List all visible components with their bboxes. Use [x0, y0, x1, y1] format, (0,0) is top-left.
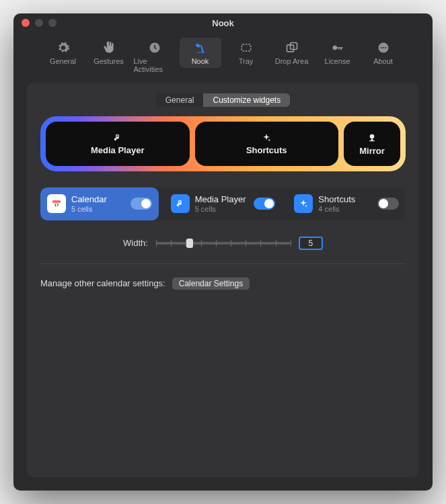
widget-name: Shortcuts — [318, 194, 372, 205]
toolbar-tab-label: Gestures — [94, 57, 124, 65]
chip-label: Mirror — [359, 146, 385, 156]
camera-icon — [367, 132, 377, 143]
preview-chip-media-player: Media Player — [46, 122, 190, 166]
toolbar-tab-label: Nook — [192, 57, 209, 65]
widget-card-calendar[interactable]: 17 Calendar5 cells — [40, 187, 159, 220]
note-icon — [113, 133, 122, 142]
divider — [40, 263, 406, 264]
widget-toggle[interactable] — [131, 198, 152, 210]
svg-point-9 — [370, 134, 375, 138]
svg-rect-10 — [371, 138, 373, 140]
preferences-toolbar: GeneralGesturesLive ActivitiesNookTrayDr… — [13, 32, 433, 83]
toolbar-tab-label: Drop Area — [275, 57, 309, 65]
hand-icon — [102, 40, 116, 55]
width-slider[interactable] — [156, 242, 291, 245]
calendar-icon: 17 — [47, 194, 66, 213]
preferences-window: Nook GeneralGesturesLive ActivitiesNookT… — [13, 13, 433, 491]
tray-icon — [239, 40, 254, 55]
note-icon — [171, 194, 190, 213]
svg-text:17: 17 — [54, 203, 59, 207]
tab-customize-widgets[interactable]: Customize widgets — [203, 93, 290, 107]
gear-icon — [56, 40, 71, 55]
toolbar-tab-tray[interactable]: Tray — [225, 38, 267, 68]
droparea-icon — [285, 40, 299, 55]
widget-cells: 4 cells — [318, 205, 372, 214]
widget-card-media-player[interactable]: Media Player5 cells — [164, 187, 283, 220]
slider-thumb[interactable] — [186, 239, 193, 248]
lamp-icon — [193, 40, 208, 55]
toolbar-tab-label: License — [325, 57, 350, 65]
toolbar-tab-gestures[interactable]: Gestures — [88, 38, 130, 68]
svg-rect-11 — [369, 140, 375, 141]
tab-bar: GeneralCustomize widgets — [40, 93, 406, 107]
toolbar-tab-nook[interactable]: Nook — [180, 38, 221, 68]
widget-toggle[interactable] — [254, 198, 275, 210]
width-control: Width: 5 — [40, 237, 406, 250]
window-title: Nook — [13, 18, 433, 28]
widget-cells: 5 cells — [71, 205, 125, 214]
calendar-settings-row: Manage other calendar settings: Calendar… — [40, 278, 406, 290]
clock-icon — [147, 40, 162, 55]
widget-cells: 5 cells — [195, 205, 249, 214]
svg-point-6 — [380, 47, 381, 48]
ellipsis-icon — [376, 40, 391, 55]
width-label: Width: — [123, 238, 148, 248]
toolbar-tab-label: About — [373, 57, 393, 65]
toolbar-tab-general[interactable]: General — [42, 38, 84, 68]
titlebar: Nook — [13, 13, 433, 32]
svg-rect-13 — [52, 201, 61, 203]
svg-point-8 — [385, 47, 386, 48]
widget-toggle[interactable] — [377, 198, 399, 210]
widget-list: 17 Calendar5 cells Media Player5 cells S… — [40, 187, 406, 220]
widget-name: Calendar — [71, 194, 125, 205]
toolbar-tab-label: Live Activities — [134, 57, 176, 73]
preview-chip-mirror: Mirror — [344, 122, 400, 166]
toolbar-tab-live-activities[interactable]: Live Activities — [134, 38, 176, 76]
toolbar-tab-about[interactable]: About — [363, 38, 404, 68]
notch-preview: Media PlayerShortcutsMirror — [40, 116, 406, 171]
preview-chip-shortcuts: Shortcuts — [195, 122, 339, 166]
svg-point-4 — [332, 46, 337, 50]
tab-general[interactable]: General — [156, 93, 204, 107]
widget-card-shortcuts[interactable]: Shortcuts4 cells — [287, 187, 406, 220]
sparkle-icon — [262, 133, 271, 142]
widget-name: Media Player — [195, 194, 249, 205]
chip-label: Media Player — [91, 145, 145, 155]
toolbar-tab-label: Tray — [239, 57, 254, 65]
calendar-settings-button[interactable]: Calendar Settings — [172, 278, 250, 290]
toolbar-tab-drop-area[interactable]: Drop Area — [271, 38, 313, 68]
width-value[interactable]: 5 — [299, 237, 323, 250]
toolbar-tab-license[interactable]: License — [317, 38, 359, 68]
key-icon — [330, 40, 345, 55]
svg-point-7 — [382, 47, 383, 48]
calendar-settings-label: Manage other calendar settings: — [40, 278, 165, 288]
content-pane: GeneralCustomize widgets Media PlayerSho… — [27, 83, 419, 477]
svg-rect-1 — [241, 44, 250, 51]
sparkle-icon — [294, 194, 313, 213]
chip-label: Shortcuts — [246, 145, 287, 155]
toolbar-tab-label: General — [50, 57, 76, 65]
